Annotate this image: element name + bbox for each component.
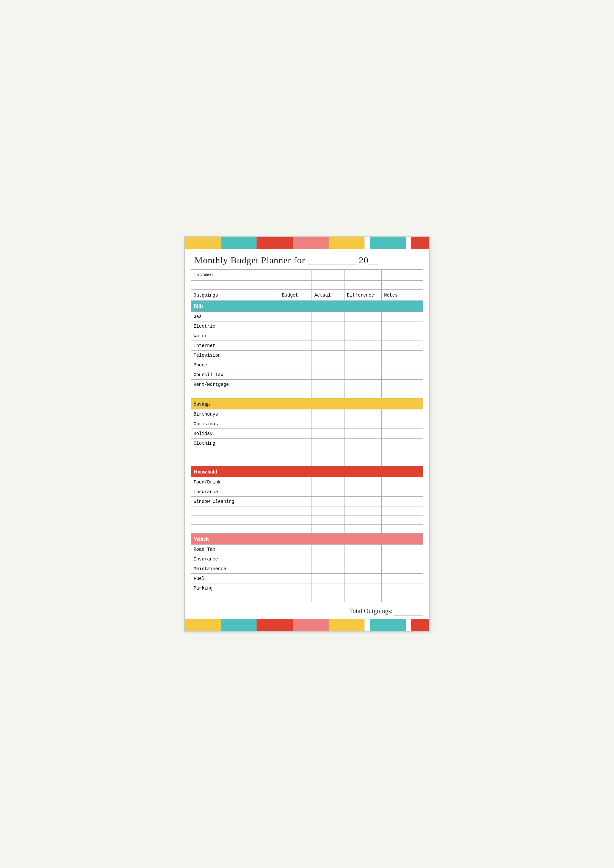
spacer-row: [191, 448, 423, 457]
item-budget[interactable]: [279, 429, 312, 439]
item-budget[interactable]: [279, 312, 312, 322]
item-budget[interactable]: [279, 341, 312, 350]
item-name: Parking: [191, 583, 279, 593]
item-diff[interactable]: [344, 312, 381, 322]
total-value-line: [394, 607, 423, 615]
item-budget[interactable]: [279, 409, 312, 419]
item-notes[interactable]: [381, 331, 423, 341]
color-bar-segment: [329, 619, 364, 631]
item-notes[interactable]: [381, 409, 423, 419]
item-notes[interactable]: [381, 544, 423, 554]
item-diff[interactable]: [344, 574, 381, 583]
item-budget[interactable]: [279, 419, 312, 429]
item-budget[interactable]: [279, 564, 312, 574]
item-notes[interactable]: [381, 380, 423, 389]
bottom-color-bar: [185, 619, 429, 631]
income-actual[interactable]: [312, 270, 344, 281]
header-col-notes: Notes: [381, 290, 423, 301]
item-diff[interactable]: [344, 360, 381, 370]
item-diff[interactable]: [344, 350, 381, 360]
item-notes[interactable]: [381, 350, 423, 360]
item-budget[interactable]: [279, 554, 312, 564]
item-actual[interactable]: [312, 322, 344, 331]
title-area: Monthly Budget Planner for __________ 20…: [185, 249, 429, 269]
item-actual[interactable]: [312, 419, 344, 429]
item-diff[interactable]: [344, 380, 381, 389]
item-budget[interactable]: [279, 360, 312, 370]
item-notes[interactable]: [381, 583, 423, 593]
item-budget[interactable]: [279, 322, 312, 331]
item-notes[interactable]: [381, 341, 423, 350]
item-notes[interactable]: [381, 370, 423, 380]
item-actual[interactable]: [312, 350, 344, 360]
item-budget[interactable]: [279, 478, 312, 487]
item-actual[interactable]: [312, 331, 344, 341]
item-diff[interactable]: [344, 409, 381, 419]
item-name: Fuel: [191, 574, 279, 583]
item-name: Christmas: [191, 419, 279, 429]
item-budget[interactable]: [279, 583, 312, 593]
item-actual[interactable]: [312, 429, 344, 439]
item-budget[interactable]: [279, 370, 312, 380]
item-diff[interactable]: [344, 478, 381, 487]
item-actual[interactable]: [312, 409, 344, 419]
item-notes[interactable]: [381, 564, 423, 574]
header-col-actual: Actual: [312, 290, 344, 301]
item-actual[interactable]: [312, 380, 344, 389]
item-actual[interactable]: [312, 312, 344, 322]
item-diff[interactable]: [344, 554, 381, 564]
item-actual[interactable]: [312, 487, 344, 497]
item-diff[interactable]: [344, 429, 381, 439]
item-actual[interactable]: [312, 583, 344, 593]
item-notes[interactable]: [381, 439, 423, 448]
item-diff[interactable]: [344, 322, 381, 331]
item-diff[interactable]: [344, 439, 381, 448]
item-notes[interactable]: [381, 312, 423, 322]
item-budget[interactable]: [279, 350, 312, 360]
item-actual[interactable]: [312, 574, 344, 583]
item-notes[interactable]: [381, 497, 423, 506]
item-notes[interactable]: [381, 487, 423, 497]
income-budget[interactable]: [279, 270, 312, 281]
income-notes[interactable]: [381, 270, 423, 281]
item-notes[interactable]: [381, 322, 423, 331]
item-actual[interactable]: [312, 478, 344, 487]
item-actual[interactable]: [312, 554, 344, 564]
page-title: Monthly Budget Planner for __________ 20…: [195, 255, 378, 265]
item-budget[interactable]: [279, 574, 312, 583]
header-col-difference: Difference: [344, 290, 381, 301]
table-row: Internet: [191, 341, 423, 350]
item-budget[interactable]: [279, 331, 312, 341]
income-diff[interactable]: [344, 270, 381, 281]
item-budget[interactable]: [279, 544, 312, 554]
item-notes[interactable]: [381, 574, 423, 583]
item-actual[interactable]: [312, 544, 344, 554]
item-actual[interactable]: [312, 439, 344, 448]
color-bar-segment: [411, 619, 429, 631]
item-actual[interactable]: [312, 497, 344, 506]
item-diff[interactable]: [344, 370, 381, 380]
item-diff[interactable]: [344, 487, 381, 497]
item-budget[interactable]: [279, 497, 312, 506]
item-budget[interactable]: [279, 439, 312, 448]
item-diff[interactable]: [344, 497, 381, 506]
item-notes[interactable]: [381, 554, 423, 564]
item-notes[interactable]: [381, 419, 423, 429]
item-budget[interactable]: [279, 380, 312, 389]
item-diff[interactable]: [344, 341, 381, 350]
item-notes[interactable]: [381, 360, 423, 370]
item-diff[interactable]: [344, 583, 381, 593]
item-notes[interactable]: [381, 478, 423, 487]
item-actual[interactable]: [312, 360, 344, 370]
item-actual[interactable]: [312, 370, 344, 380]
item-budget[interactable]: [279, 487, 312, 497]
spacer-row: [191, 524, 423, 534]
header-col-budget: Budget: [279, 290, 312, 301]
item-diff[interactable]: [344, 564, 381, 574]
item-actual[interactable]: [312, 341, 344, 350]
item-notes[interactable]: [381, 429, 423, 439]
item-actual[interactable]: [312, 564, 344, 574]
item-diff[interactable]: [344, 419, 381, 429]
item-diff[interactable]: [344, 544, 381, 554]
item-diff[interactable]: [344, 331, 381, 341]
